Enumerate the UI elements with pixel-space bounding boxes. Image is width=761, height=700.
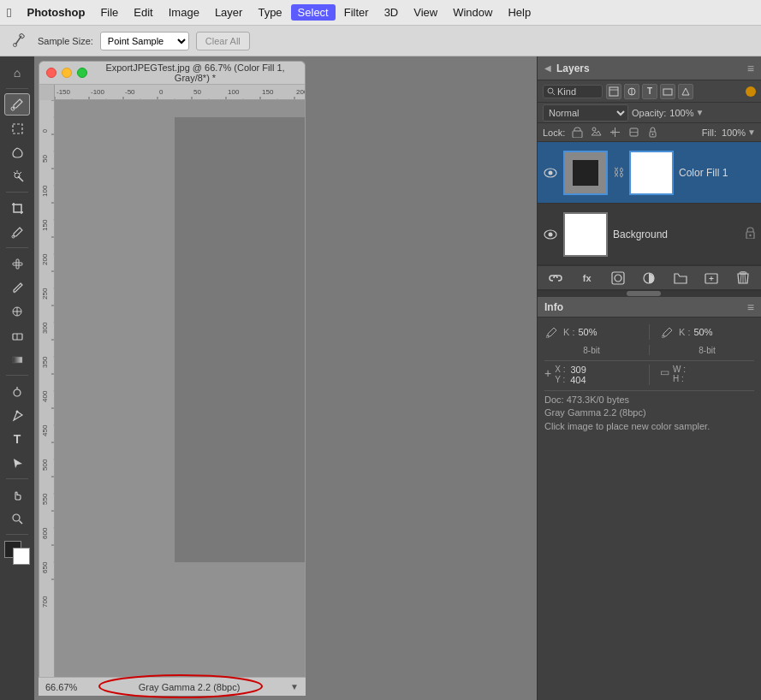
filter-smart-button[interactable] <box>678 84 693 99</box>
canvas-viewport[interactable] <box>55 100 305 695</box>
fill-arrow[interactable]: ▼ <box>747 128 756 137</box>
tool-magic-wand[interactable] <box>4 165 30 187</box>
info-doc-section: Doc: 473.3K/0 bytes Gray Gamma 2.2 (8bpc… <box>544 394 754 431</box>
layer-chain-color-fill: ⛓ <box>613 166 624 179</box>
lock-image-button[interactable] <box>589 126 603 139</box>
eyedropper-options-icon[interactable] <box>7 29 31 53</box>
info-k2-value: 50% <box>693 327 712 337</box>
layer-link-button[interactable] <box>546 269 565 288</box>
layer-fx-button[interactable]: fx <box>578 269 597 288</box>
document-canvas[interactable] <box>175 117 305 562</box>
menu-edit[interactable]: Edit <box>127 4 159 21</box>
layer-visibility-color-fill[interactable] <box>543 165 558 181</box>
menu-photoshop[interactable]: Photoshop <box>20 4 92 21</box>
filter-type-button[interactable]: T <box>642 84 657 99</box>
tool-pen[interactable] <box>4 404 30 426</box>
clear-all-button[interactable]: Clear All <box>196 32 250 50</box>
info-k2-values: K : 50% <box>679 327 712 337</box>
info-panel-menu-button[interactable]: ≡ <box>747 300 754 314</box>
color-profile-text: Gray Gamma 2.2 (8bpc) <box>139 682 241 692</box>
tool-zoom[interactable] <box>4 507 30 530</box>
window-minimize-button[interactable] <box>62 68 72 78</box>
menu-type[interactable]: Type <box>251 4 288 21</box>
layer-mask-button[interactable] <box>609 269 627 288</box>
background-color[interactable] <box>13 548 30 565</box>
layer-row-background[interactable]: Background <box>538 204 761 265</box>
tool-sep3 <box>6 247 28 248</box>
tool-type[interactable]: T <box>4 428 30 450</box>
info-panel: Info ≡ <box>538 297 761 700</box>
info-y-label: Y : <box>555 375 565 385</box>
layers-panel-menu-button[interactable]: ≡ <box>747 62 754 75</box>
svg-line-164 <box>745 274 746 283</box>
menu-image[interactable]: Image <box>162 4 206 21</box>
fill-control[interactable]: 100% ▼ <box>722 128 756 138</box>
filter-shape-button[interactable] <box>660 84 675 99</box>
tool-eraser[interactable] <box>4 324 30 347</box>
svg-text:350: 350 <box>41 356 49 368</box>
tool-hand[interactable] <box>4 483 30 506</box>
tool-separator <box>6 88 28 89</box>
filter-adjust-button[interactable] <box>624 84 639 99</box>
zoom-level: 66.67% <box>45 682 88 692</box>
svg-text:150: 150 <box>262 88 274 96</box>
menu-layer[interactable]: Layer <box>208 4 250 21</box>
layers-scrollbar[interactable] <box>538 290 761 297</box>
menu-3d[interactable]: 3D <box>378 4 406 21</box>
tool-gradient[interactable] <box>4 348 30 371</box>
tool-path-select[interactable] <box>4 452 30 474</box>
layer-row-color-fill[interactable]: ⛓ Color Fill 1 <box>538 142 761 204</box>
svg-line-24 <box>19 520 22 524</box>
svg-text:200: 200 <box>296 88 305 96</box>
blend-mode-select[interactable]: Normal Multiply Screen <box>543 104 628 122</box>
layer-adjustment-button[interactable] <box>639 269 658 288</box>
layer-delete-button[interactable] <box>734 269 752 288</box>
menu-window[interactable]: Window <box>446 4 499 21</box>
menu-help[interactable]: Help <box>501 4 538 21</box>
layer-visibility-background[interactable] <box>543 227 558 242</box>
tool-crop[interactable] <box>4 197 30 219</box>
tool-heal[interactable] <box>4 252 30 275</box>
filter-pixel-button[interactable] <box>606 84 621 99</box>
opacity-arrow[interactable]: ▼ <box>696 108 705 117</box>
tool-eyedropper[interactable] <box>4 93 30 116</box>
layer-group-button[interactable] <box>671 269 690 288</box>
tool-eyedropper2[interactable] <box>4 221 30 243</box>
info-separator2 <box>544 390 754 391</box>
canvas-content-row: 0 50 100 150 200 250 300 <box>39 100 306 696</box>
layers-panel-title: Layers <box>556 62 742 74</box>
menu-file[interactable]: File <box>93 4 125 21</box>
opacity-control[interactable]: 100% ▼ <box>669 108 704 118</box>
menu-select[interactable]: Select <box>291 4 336 21</box>
lock-artboard-button[interactable] <box>627 126 640 139</box>
menu-filter[interactable]: Filter <box>337 4 376 21</box>
fill-label: Fill: <box>702 128 716 138</box>
info-panel-header: Info ≡ <box>538 297 761 317</box>
menu-view[interactable]: View <box>407 4 444 21</box>
canvas-area: ExportJPEGTest.jpg @ 66.7% (Color Fill 1… <box>34 56 537 700</box>
tool-home[interactable]: ⌂ <box>4 62 30 84</box>
layers-scrollbar-thumb[interactable] <box>627 291 661 296</box>
layers-panel-header: ◀ Layers ≡ <box>538 56 761 80</box>
sample-size-label: Sample Size: <box>38 36 93 46</box>
info-x-value: 309 <box>570 365 586 375</box>
tool-clone[interactable] <box>4 300 30 323</box>
window-close-button[interactable] <box>46 68 56 78</box>
layers-kind-filter[interactable]: Kind <box>543 85 603 98</box>
info-xy-cell: + X : 309 Y : 404 <box>544 365 639 385</box>
tool-dodge[interactable] <box>4 380 30 402</box>
layer-new-button[interactable] <box>702 269 721 288</box>
search-icon <box>547 87 556 96</box>
tool-brush[interactable] <box>4 276 30 299</box>
window-maximize-button[interactable] <box>77 68 87 78</box>
lock-all-button[interactable] <box>645 126 659 139</box>
svg-rect-5 <box>13 124 22 133</box>
info-bit2: 8-bit <box>699 346 715 355</box>
layers-collapse-button[interactable]: ◀ <box>544 63 551 73</box>
tool-select-rect[interactable] <box>4 117 30 139</box>
svg-text:100: 100 <box>228 88 240 96</box>
lock-transparent-button[interactable] <box>570 126 584 139</box>
sample-size-select[interactable]: Point Sample 3 by 3 Average 5 by 5 Avera… <box>100 32 189 50</box>
lock-position-button[interactable] <box>608 126 621 139</box>
tool-lasso[interactable] <box>4 141 30 163</box>
